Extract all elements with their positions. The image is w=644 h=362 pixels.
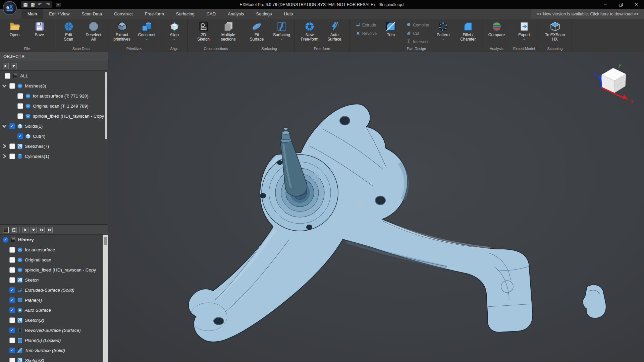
menu-edit-view[interactable]: Edit / View (43, 9, 75, 19)
menu-analysis[interactable]: Analysis (222, 9, 250, 19)
chevron-down-icon[interactable] (1, 83, 7, 89)
ribbon-button-combine[interactable]: Combine (406, 22, 429, 28)
quick-access-dropdown[interactable]: ▾ (56, 3, 61, 7)
model-body[interactable] (189, 104, 533, 342)
spindle-model[interactable] (108, 52, 644, 362)
checkbox[interactable]: ✓ (9, 348, 15, 353)
checkbox[interactable] (9, 247, 15, 253)
filter-icon[interactable] (11, 63, 17, 69)
play-icon[interactable] (22, 227, 29, 233)
checkbox[interactable]: ✓ (17, 133, 23, 139)
checkbox[interactable] (5, 73, 10, 79)
checkbox[interactable] (9, 143, 15, 149)
tree-item-cut-4[interactable]: ✓Cut(4) (0, 131, 108, 141)
ribbon-button-extrude[interactable]: Extrude (356, 22, 377, 28)
history-item-trim-surface-solid[interactable]: ✓Trim-Surface (Solid) (0, 345, 102, 355)
tree-item-spindle-fixed-hd-rawscan-copy[interactable]: spindle_fixed (HD)_rawscan - Copy (0, 111, 108, 121)
ribbon-button-extract-primitives[interactable]: Extractprimitives (110, 20, 134, 42)
menu-surfacing[interactable]: Surfacing (170, 9, 201, 19)
ribbon-button-pattern[interactable]: Pattern⌄ (431, 20, 455, 40)
ribbon-button-multiple-sections[interactable]: Multiplesections (216, 20, 240, 42)
history-item-sketch-3[interactable]: Sketch(3) (0, 355, 102, 362)
skip-end-icon[interactable] (47, 227, 53, 233)
checkbox[interactable] (9, 257, 15, 263)
checkbox[interactable] (17, 113, 23, 119)
filter-icon[interactable] (31, 227, 37, 233)
checkbox[interactable] (9, 277, 15, 283)
restore-button[interactable] (613, 0, 629, 9)
history-scrollbar[interactable] (103, 235, 108, 362)
history-item-plane-4[interactable]: ✓Plane(4) (0, 295, 102, 305)
chevron-down-icon[interactable] (1, 123, 7, 129)
history-item-original-scan[interactable]: Original scan (0, 255, 102, 265)
ribbon-button-2d-sketch[interactable]: 2DSketch (192, 20, 216, 42)
ribbon-button-open[interactable]: Open (3, 20, 27, 37)
history-item-spindle-fixed-hd-rawscan-copy[interactable]: spindle_fixed (HD)_rawscan - Copy (0, 265, 102, 275)
save-as-icon[interactable] (30, 2, 36, 7)
ribbon-button-cut[interactable]: Cut (406, 31, 429, 37)
history-item-extruded-surface-solid[interactable]: ✓Extruded-Surface (Solid) (0, 285, 102, 295)
tree-item-meshes-3[interactable]: Meshes(3) (0, 81, 108, 91)
tree-item-original-scan-t-1-249-789[interactable]: Original scan (T: 1 249 789) (0, 101, 108, 111)
chevron-right-icon[interactable] (1, 143, 7, 149)
menu-cad[interactable]: CAD (201, 9, 222, 19)
checkbox[interactable] (9, 154, 15, 159)
ribbon-button-edit-scan[interactable]: EditScan (57, 20, 81, 42)
skip-start-icon[interactable] (39, 227, 45, 233)
checkbox[interactable]: ✓ (9, 123, 15, 129)
ribbon-button-trim[interactable]: Trim (379, 20, 403, 37)
ribbon-button-deselect-all[interactable]: DeselectAll (82, 20, 106, 42)
view-cube[interactable]: y z x (592, 58, 639, 105)
objects-scrollbar[interactable] (105, 72, 107, 139)
history-item-revolved-surface-surface[interactable]: ✓Revolved-Surface (Surface) (0, 325, 102, 335)
ribbon-button-export[interactable]: Export⌄ (512, 20, 536, 40)
checkbox[interactable] (9, 358, 15, 362)
viewport-3d[interactable]: y z x (108, 52, 644, 362)
history-header-row[interactable]: ✓History (0, 235, 102, 245)
play-icon[interactable] (3, 63, 9, 69)
checkbox[interactable] (9, 317, 15, 323)
update-notice-link[interactable]: << New version is available. Click here … (531, 9, 644, 19)
tree-item-solids-1[interactable]: ✓Solids(1) (0, 121, 108, 131)
ribbon-button-auto-surface[interactable]: AAutoSurface (322, 20, 346, 42)
menu-scan-data[interactable]: Scan Data (75, 9, 108, 19)
checkbox[interactable] (17, 103, 23, 109)
ribbon-button-new-free-form[interactable]: NewFree-form (298, 20, 322, 42)
menu-main[interactable]: Main (21, 9, 43, 19)
chevron-right-icon[interactable] (1, 153, 7, 159)
tree-item-all[interactable]: ALL (0, 71, 108, 81)
list-view-icon[interactable] (3, 227, 9, 233)
history-item-sketch-2[interactable]: Sketch(2) (0, 315, 102, 325)
minimize-button[interactable]: ─ (598, 0, 613, 9)
history-item-plane-5-locked[interactable]: Plane(5) (Locked) (0, 335, 102, 345)
ribbon-button-intersect[interactable]: Intersect (406, 39, 429, 45)
checkbox[interactable]: ✓ (9, 287, 15, 293)
menu-help[interactable]: Help (278, 9, 299, 19)
tree-item-for-autosurface-t-771-920[interactable]: for autosurface (T: 771 920) (0, 91, 108, 101)
history-item-auto-surface[interactable]: ✓Auto Surface (0, 305, 102, 315)
tree-item-sketches-7[interactable]: Sketches(7) (0, 141, 108, 151)
ribbon-button-save[interactable]: Save (28, 20, 52, 37)
ribbon-button-surfacing[interactable]: Surfacing⌄ (270, 20, 294, 40)
ribbon-button-fillet-chamfer[interactable]: Fillet /Chamfer (456, 20, 480, 42)
tree-view-icon[interactable] (11, 227, 17, 233)
checkbox[interactable] (17, 93, 23, 99)
undo-icon[interactable] (38, 2, 43, 7)
checkbox[interactable]: ✓ (9, 327, 15, 333)
ribbon-button-to-exscan-hx[interactable]: To EXScanHX (543, 20, 567, 42)
checkbox[interactable]: ✓ (9, 297, 15, 303)
menu-free-form[interactable]: Free-form (139, 9, 170, 19)
ribbon-button-fit-surface[interactable]: FitSurface (245, 20, 269, 42)
ribbon-button-construct[interactable]: Construct⌄ (135, 20, 159, 40)
ribbon-button-compare[interactable]: Compare (485, 20, 509, 37)
checkbox[interactable] (9, 267, 15, 273)
history-item-sketch[interactable]: Sketch (0, 275, 102, 285)
save-icon[interactable] (23, 2, 28, 7)
checkbox[interactable] (9, 83, 15, 89)
tree-item-cylinders-1[interactable]: Cylinders(1) (0, 151, 108, 161)
menu-construct[interactable]: Construct (108, 9, 139, 19)
checkbox[interactable]: ✓ (3, 237, 8, 243)
app-logo-icon[interactable]: eX Model (3, 1, 17, 15)
checkbox[interactable] (9, 338, 15, 343)
menu-settings[interactable]: Settings (250, 9, 278, 19)
